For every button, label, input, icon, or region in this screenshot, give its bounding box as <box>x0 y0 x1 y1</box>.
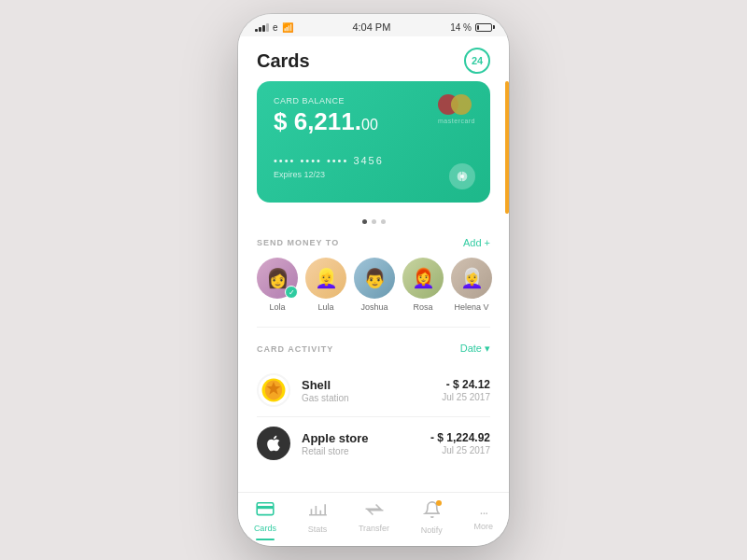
nfc-svg <box>455 169 470 184</box>
mc-circle-right <box>451 94 472 115</box>
send-money-header: SEND MONEY TO Add + <box>238 233 509 258</box>
card-expires: Expires 12/23 <box>274 170 473 179</box>
balance-cents: 00 <box>361 117 378 133</box>
date-filter-button[interactable]: Date ▾ <box>460 343 490 355</box>
lula-face: 👱‍♀️ <box>315 267 338 289</box>
apple-info: Apple store Retail store <box>302 431 419 456</box>
bar2 <box>259 27 261 32</box>
check-icon-lola: ✓ <box>285 286 298 299</box>
transfer-icon <box>364 502 385 522</box>
nav-transfer[interactable]: Transfer <box>359 502 389 533</box>
stats-nav-label: Stats <box>308 525 328 534</box>
nav-notify[interactable]: Notify <box>421 500 443 535</box>
avatar-rosa: 👩‍🦰 <box>402 258 444 299</box>
page-title: Cards <box>257 50 310 72</box>
balance-main: $ 6,211. <box>274 107 361 135</box>
svg-rect-2 <box>257 506 274 509</box>
cards-svg <box>256 502 275 517</box>
rosa-face: 👩‍🦰 <box>412 267 435 289</box>
shell-date: Jul 25 2017 <box>442 392 490 402</box>
apple-icon-wrap <box>257 427 290 460</box>
dot-2 <box>372 219 376 224</box>
apple-sub: Retail store <box>302 446 419 456</box>
cards-icon <box>256 502 275 522</box>
send-money-title: SEND MONEY TO <box>257 238 339 247</box>
avatar-helena: 👩‍🦳 <box>451 258 492 299</box>
apple-amount-wrap: - $ 1,224.92 Jul 25 2017 <box>430 431 490 455</box>
status-left: e 📶 <box>255 22 293 33</box>
avatar-wrap-helena: 👩‍🦳 <box>451 258 492 299</box>
contact-name-joshua: Joshua <box>360 302 388 312</box>
notify-nav-label: Notify <box>421 525 443 535</box>
phone-frame: e 📶 4:04 PM 14 % Cards 24 Card balance $… <box>238 14 509 546</box>
mc-circles <box>438 94 475 115</box>
avatar-wrap-joshua: 👨 <box>354 258 395 299</box>
dot-3 <box>381 219 386 224</box>
status-bar: e 📶 4:04 PM 14 % <box>238 14 509 36</box>
more-icon: ··· <box>480 505 488 520</box>
card-dots <box>238 214 509 233</box>
avatar-wrap-lula: 👱‍♀️ <box>305 258 346 299</box>
signal-bars <box>255 23 269 32</box>
nav-stats[interactable]: Stats <box>308 501 328 534</box>
contacts-list: 👩 ✓ Lola 👱‍♀️ Lula 👨 <box>238 258 509 327</box>
shell-amount: - $ 24.12 <box>442 378 490 391</box>
lola-face: 👩 <box>266 267 289 289</box>
add-contact-button[interactable]: Add + <box>463 237 490 248</box>
stats-svg <box>308 501 327 518</box>
transaction-apple[interactable]: Apple store Retail store - $ 1,224.92 Ju… <box>238 417 509 469</box>
shell-icon-wrap <box>257 373 290 407</box>
avatar-lula: 👱‍♀️ <box>305 258 346 299</box>
apple-date: Jul 25 2017 <box>430 445 490 455</box>
transaction-shell[interactable]: Shell Gas station - $ 24.12 Jul 25 2017 <box>238 364 509 416</box>
main-content: Cards 24 Card balance $ 6,211.00 masterc… <box>238 36 509 492</box>
contact-name-lola: Lola <box>269 302 285 312</box>
status-right: 14 % <box>450 22 492 33</box>
notification-badge[interactable]: 24 <box>464 48 490 74</box>
avatar-wrap-lola: 👩 ✓ <box>257 258 298 299</box>
dot-1 <box>362 219 367 224</box>
bottom-nav: Cards Stats Transf <box>238 492 509 546</box>
contact-lula[interactable]: 👱‍♀️ Lula <box>305 258 346 312</box>
page-header: Cards 24 <box>238 36 509 81</box>
card-container: Card balance $ 6,211.00 mastercard •••• … <box>238 81 509 214</box>
apple-logo <box>264 434 283 453</box>
transfer-nav-label: Transfer <box>359 524 389 533</box>
contact-joshua[interactable]: 👨 Joshua <box>354 258 395 312</box>
stats-icon <box>308 501 327 523</box>
time-display: 4:04 PM <box>352 21 390 33</box>
credit-card[interactable]: Card balance $ 6,211.00 mastercard •••• … <box>257 81 490 203</box>
bar4 <box>266 23 269 32</box>
apple-amount: - $ 1,224.92 <box>430 431 490 444</box>
nfc-icon <box>449 163 475 189</box>
contact-name-helena: Helena V <box>454 302 488 312</box>
carrier-label: e <box>273 22 278 33</box>
apple-name: Apple store <box>302 431 419 445</box>
joshua-face: 👨 <box>363 267 387 289</box>
shell-info: Shell Gas station <box>302 378 430 403</box>
cards-nav-label: Cards <box>254 524 276 533</box>
bar1 <box>255 29 258 32</box>
shell-logo <box>261 378 286 402</box>
avatar-wrap-rosa: 👩‍🦰 <box>402 258 444 299</box>
shell-sub: Gas station <box>302 393 430 403</box>
nav-more[interactable]: ··· More <box>474 505 494 531</box>
mc-label: mastercard <box>438 118 475 124</box>
wifi-icon: 📶 <box>282 22 293 33</box>
contact-helena[interactable]: 👩‍🦳 Helena V <box>451 258 492 312</box>
bar3 <box>262 25 265 32</box>
shell-name: Shell <box>302 378 430 392</box>
more-nav-label: More <box>474 522 494 531</box>
mastercard-logo: mastercard <box>438 94 475 124</box>
nav-cards[interactable]: Cards <box>254 502 276 533</box>
bell-icon <box>423 500 440 524</box>
activity-header: CARD ACTIVITY Date ▾ <box>238 339 509 364</box>
contact-rosa[interactable]: 👩‍🦰 Rosa <box>402 258 444 312</box>
cards-active-indicator <box>256 539 275 540</box>
battery-icon <box>475 23 492 32</box>
contact-name-lula: Lula <box>317 302 333 312</box>
shell-amount-wrap: - $ 24.12 Jul 25 2017 <box>442 378 490 402</box>
contact-lola[interactable]: 👩 ✓ Lola <box>257 258 298 312</box>
contact-name-rosa: Rosa <box>413 302 432 312</box>
activity-title: CARD ACTIVITY <box>257 344 333 354</box>
